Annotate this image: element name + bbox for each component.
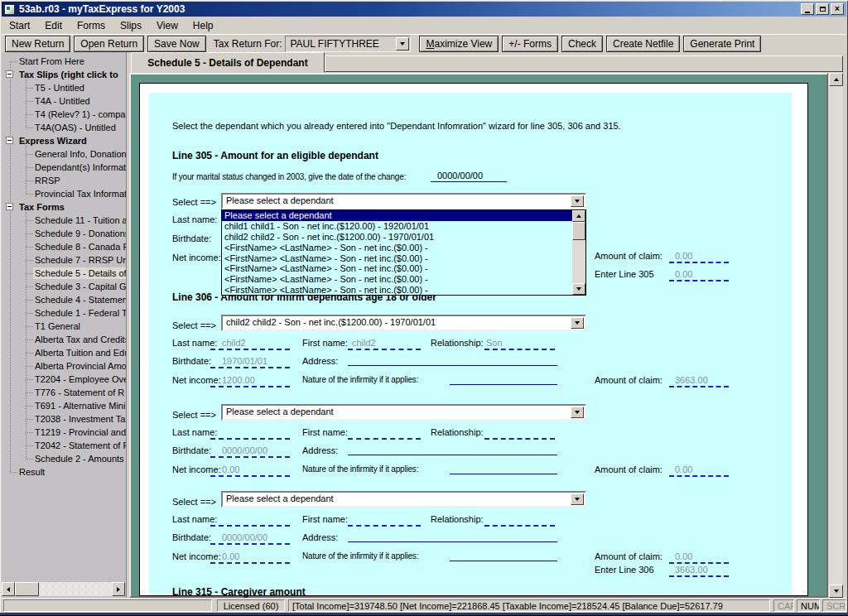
tree-expander-icon[interactable] bbox=[6, 70, 13, 78]
scrollbar-thumb[interactable] bbox=[572, 222, 585, 240]
scroll-up-button[interactable] bbox=[572, 210, 585, 222]
combo-arrow-button[interactable] bbox=[571, 317, 584, 329]
sidebar-item-label: Schedule 2 - Amounts bbox=[33, 453, 126, 464]
scroll-down-button[interactable] bbox=[572, 283, 585, 295]
dropdown-option-7[interactable]: <FirstName> <LastName> - Son - net inc.(… bbox=[222, 285, 572, 296]
tree-expander-icon[interactable] bbox=[6, 137, 13, 144]
sidebar-item-dependant-s-informat[interactable]: Dependant(s) Informat bbox=[33, 161, 127, 174]
menu-item-help[interactable]: Help bbox=[186, 17, 221, 34]
menu-item-view[interactable]: View bbox=[149, 17, 186, 34]
sidebar-item-t4a-untitled[interactable]: T4A - Untitled bbox=[33, 94, 127, 108]
tree-connector bbox=[26, 313, 33, 314]
sidebar-item-schedule-4-statement[interactable]: Schedule 4 - Statement bbox=[33, 293, 127, 306]
dropdown-option-1[interactable]: child1 child1 - Son - net inc.($120.00) … bbox=[222, 221, 572, 232]
sidebar-item-schedule-2-amounts[interactable]: Schedule 2 - Amounts bbox=[33, 452, 127, 465]
toolbar-maximize-view-button[interactable]: Maximize View bbox=[419, 36, 499, 52]
toolbar-open-return-button[interactable]: Open Return bbox=[74, 36, 144, 52]
dependant-dropdown-list[interactable]: Please select a dependantchild1 child1 -… bbox=[221, 209, 586, 296]
combo-arrow-button[interactable] bbox=[571, 195, 584, 207]
scrollbar-thumb[interactable] bbox=[15, 582, 39, 596]
sidebar-item-t4a-oas-untitled[interactable]: T4A(OAS) - Untitled bbox=[33, 121, 127, 134]
tree-connector bbox=[26, 128, 33, 128]
toolbar-save-now-button[interactable]: Save Now bbox=[147, 36, 206, 52]
address-input-g1[interactable] bbox=[348, 365, 557, 366]
scroll-down-button[interactable] bbox=[829, 585, 843, 598]
sidebar-item-schedule-1-federal-ta[interactable]: Schedule 1 - Federal Ta bbox=[33, 306, 127, 320]
menu-item-start[interactable]: Start bbox=[2, 17, 37, 34]
toolbar-create-netfile-button[interactable]: Create Netfile bbox=[606, 36, 680, 52]
combo-arrow-button[interactable] bbox=[396, 37, 409, 51]
minimize-button[interactable] bbox=[801, 3, 814, 15]
sidebar-item-alberta-tax-and-credits[interactable]: Alberta Tax and Credits bbox=[33, 333, 127, 346]
dropdown-option-6[interactable]: <FirstName> <LastName> - Son - net inc.(… bbox=[222, 274, 572, 285]
app-icon bbox=[4, 4, 15, 15]
dependant-combobox-305[interactable]: Please select a dependant bbox=[221, 193, 586, 209]
restore-button[interactable] bbox=[816, 3, 829, 15]
toolbar-check-button[interactable]: Check bbox=[561, 36, 603, 52]
sidebar-item-t4-relev-1-compan[interactable]: T4 (Relev? 1) - compan bbox=[33, 108, 127, 121]
dropdown-option-5[interactable]: <FirstName> <LastName> - Son - net inc.(… bbox=[222, 263, 572, 274]
menu-item-forms[interactable]: Forms bbox=[70, 17, 113, 34]
sidebar-item-t2204-employee-over[interactable]: T2204 - Employee Over bbox=[33, 373, 127, 386]
dropdown-scrollbar[interactable] bbox=[572, 210, 585, 295]
dropdown-option-0[interactable]: Please select a dependant bbox=[222, 210, 572, 221]
dropdown-option-3[interactable]: <FirstName> <LastName> - Son - net inc.(… bbox=[222, 243, 572, 253]
sidebar-item-t1-general[interactable]: T1 General bbox=[33, 320, 127, 333]
sidebar-item-t5-untitled[interactable]: T5 - Untitled bbox=[33, 81, 127, 94]
sidebar-item-tax-slips-right-click-to[interactable]: Tax Slips (right click to bbox=[17, 68, 127, 81]
sidebar-item-t776-statement-of-r[interactable]: T776 - Statement of R bbox=[33, 386, 127, 399]
scroll-right-button[interactable] bbox=[112, 582, 125, 596]
sidebar-item-alberta-tuition-and-edu[interactable]: Alberta Tuition and Edu bbox=[33, 346, 127, 359]
nature-input-g3[interactable] bbox=[450, 561, 557, 561]
main-vertical-scrollbar[interactable] bbox=[829, 73, 843, 598]
sidebar-item-label: Schedule 4 - Statement bbox=[33, 294, 127, 306]
sidebar-item-result[interactable]: Result bbox=[17, 465, 127, 479]
sidebar-item-start-from-here[interactable]: Start From Here bbox=[17, 55, 127, 68]
sidebar-item-schedule-5-details-of[interactable]: Schedule 5 - Details of bbox=[33, 267, 127, 280]
sidebar-item-schedule-3-capital-ga[interactable]: Schedule 3 - Capital Ga bbox=[33, 280, 127, 293]
sidebar-item-express-wizard[interactable]: Express Wizard bbox=[17, 134, 127, 147]
sidebar-item-tax-forms[interactable]: Tax Forms bbox=[17, 200, 127, 214]
scroll-left-button[interactable] bbox=[2, 582, 15, 596]
sidebar-item-label: Schedule 9 - Donations bbox=[33, 228, 127, 239]
nature-input-g1[interactable] bbox=[450, 384, 557, 385]
marital-change-value[interactable]: 0000/00/00 bbox=[437, 171, 483, 180]
toolbar-forms-button[interactable]: +/- Forms bbox=[502, 36, 558, 52]
sidebar-item-schedule-7-rrsp-unu[interactable]: Schedule 7 - RRSP Unu bbox=[33, 253, 127, 267]
toolbar-generate-print-button[interactable]: Generate Print bbox=[683, 36, 761, 52]
address-input-g3[interactable] bbox=[348, 541, 557, 542]
sidebar-item-t691-alternative-mini[interactable]: T691 - Alternative Mini bbox=[33, 399, 127, 412]
scroll-up-button[interactable] bbox=[829, 73, 843, 86]
combo-arrow-button[interactable] bbox=[571, 493, 584, 505]
tree-expander-icon[interactable] bbox=[6, 203, 13, 210]
sidebar-item-t2042-statement-of-f[interactable]: T2042 - Statement of F bbox=[33, 439, 127, 452]
dependant-combobox-g2[interactable]: Please select a dependant bbox=[221, 404, 586, 421]
tax-return-for-combobox[interactable]: PAUL FIFTYTHREE bbox=[285, 36, 411, 52]
dependant-combobox-g3[interactable]: Please select a dependant bbox=[221, 491, 586, 508]
tab-schedule5-details-of-dependant[interactable]: Schedule 5 - Details of Dependant bbox=[131, 52, 325, 73]
sidebar-item-t1219-provincial-and[interactable]: T1219 - Provincial and bbox=[33, 426, 127, 439]
address-label-g3: Address: bbox=[302, 532, 338, 542]
menu-item-slips[interactable]: Slips bbox=[113, 17, 149, 34]
combobox-value: Please select a dependant bbox=[226, 407, 568, 416]
marital-change-underline[interactable] bbox=[431, 181, 507, 182]
sidebar-item-provincial-tax-informat[interactable]: Provincial Tax Informat bbox=[33, 187, 127, 200]
sidebar-item-general-info-donation[interactable]: General Info, Donation bbox=[33, 147, 127, 161]
sidebar-horizontal-scrollbar[interactable] bbox=[2, 582, 125, 596]
sidebar-item-schedule-11-tuition-a[interactable]: Schedule 11 - Tuition a bbox=[33, 214, 127, 227]
sidebar-item-schedule-8-canada-p[interactable]: Schedule 8 - Canada P bbox=[33, 240, 127, 253]
dropdown-option-4[interactable]: <FirstName> <LastName> - Son - net inc.(… bbox=[222, 253, 572, 264]
dropdown-option-2[interactable]: child2 child2 - Son - net inc.($1200.00)… bbox=[222, 232, 572, 243]
close-button[interactable]: × bbox=[831, 3, 844, 15]
menu-item-edit[interactable]: Edit bbox=[37, 17, 70, 34]
combo-arrow-button[interactable] bbox=[571, 407, 584, 418]
sidebar-item-rrsp[interactable]: RRSP bbox=[33, 174, 127, 187]
sidebar-item-alberta-provincial-amou[interactable]: Alberta Provincial Amou bbox=[33, 359, 127, 373]
sidebar-item-t2038-investment-ta[interactable]: T2038 - Investment Ta bbox=[33, 412, 127, 426]
tree-connector bbox=[26, 326, 33, 327]
address-input-g2[interactable] bbox=[348, 455, 557, 455]
dependant-combobox-g1[interactable]: child2 child2 - Son - net inc.($1200.00)… bbox=[221, 315, 586, 331]
sidebar-item-schedule-9-donations[interactable]: Schedule 9 - Donations bbox=[33, 227, 127, 240]
nature-input-g2[interactable] bbox=[450, 474, 557, 474]
toolbar-new-return-button[interactable]: New Return bbox=[5, 36, 70, 52]
